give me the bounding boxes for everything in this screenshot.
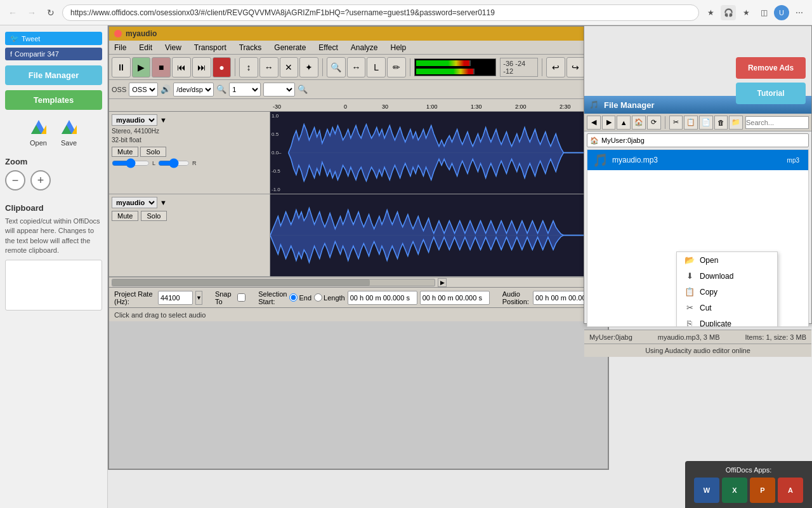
channels-select[interactable]: 1 — [229, 83, 261, 97]
draw-tool[interactable]: ✕ — [280, 57, 299, 77]
ctx-cut[interactable]: ✂ Cut — [677, 300, 777, 316]
url-bar[interactable] — [62, 4, 699, 21]
menu-file[interactable]: File — [112, 42, 129, 53]
track-1-name-select[interactable]: myaudio — [112, 114, 157, 126]
sel-end-input[interactable] — [420, 291, 490, 305]
sel-start-input[interactable] — [348, 291, 417, 305]
ctx-download[interactable]: ⬇ Download — [677, 268, 777, 284]
record-button[interactable]: ● — [213, 57, 232, 77]
fm-copy-btn[interactable]: 📋 — [684, 116, 698, 130]
device-select[interactable]: /dev/dsp — [173, 83, 214, 97]
oss-select[interactable]: OSS — [129, 83, 158, 97]
menu-analyze[interactable]: Analyze — [348, 42, 381, 53]
fm-cut-btn[interactable]: ✂ — [669, 116, 683, 130]
track-2-mute[interactable]: Mute — [112, 211, 138, 221]
fm-file-row[interactable]: 🎵 myaudio.mp3 mp3 — [587, 150, 808, 170]
scrollbar-thumb[interactable] — [112, 279, 370, 286]
project-rate-dropdown[interactable]: ▼ — [195, 291, 202, 305]
select-tool[interactable]: ↕ — [239, 57, 258, 77]
selection-start-field: Selection Start: End Length — [258, 290, 490, 305]
fm-status-file: myaudio.mp3, 3 MB — [658, 333, 720, 341]
remove-ads-button[interactable]: Remove Ads — [736, 57, 806, 79]
ctx-duplicate-icon: ⎘ — [684, 319, 695, 327]
track-1-volume-slider[interactable] — [112, 159, 150, 167]
draw-pencil[interactable]: ✏ — [387, 57, 406, 77]
fm-search-input[interactable] — [745, 116, 809, 129]
open-button[interactable]: Open — [29, 117, 49, 147]
end-radio[interactable] — [289, 293, 298, 302]
track-1-waveform[interactable]: 1.0 0.5 0.0– -0.5 -1.0 — [270, 112, 608, 194]
search-tool[interactable]: 🔍 — [327, 57, 346, 77]
redo-button[interactable]: ↪ — [566, 57, 586, 77]
menu-generate[interactable]: Generate — [272, 42, 308, 53]
app-pdf-icon[interactable]: A — [778, 478, 803, 503]
stop-button[interactable]: ■ — [152, 57, 171, 77]
headphone-icon[interactable]: 🎧 — [721, 5, 736, 20]
fm-file-list[interactable]: 🎵 myaudio.mp3 mp3 📂 Open ⬇ Download — [587, 149, 809, 327]
app-ppt-icon[interactable]: P — [750, 478, 775, 503]
clipboard-textarea[interactable] — [5, 260, 102, 311]
menu-help[interactable]: Help — [388, 42, 409, 53]
format-select[interactable] — [263, 83, 295, 97]
ctx-open[interactable]: 📂 Open — [677, 252, 777, 268]
track-2-waveform[interactable] — [270, 194, 608, 276]
menu-tracks[interactable]: Tracks — [237, 42, 265, 53]
facebook-button[interactable]: f Compartir 347 — [5, 48, 102, 60]
fm-up-btn[interactable]: ▲ — [617, 116, 631, 130]
extensions-icon[interactable]: ★ — [703, 5, 718, 20]
magnify-vert[interactable]: L — [367, 57, 386, 77]
bookmark-icon[interactable]: ★ — [738, 5, 754, 20]
play-button[interactable]: ▶ — [132, 57, 151, 77]
skip-back-button[interactable]: ⏮ — [172, 57, 191, 77]
twitter-button[interactable]: 🐦 Tweet — [5, 32, 102, 45]
track-1-pan-slider[interactable] — [158, 159, 190, 167]
track-2-dropdown[interactable]: ▼ — [160, 199, 167, 206]
templates-button[interactable]: Templates — [5, 90, 102, 110]
fm-back-btn[interactable]: ◀ — [587, 116, 601, 130]
skip-forward-button[interactable]: ⏭ — [192, 57, 211, 77]
refresh-button[interactable]: ↻ — [43, 5, 58, 20]
fm-home-btn[interactable]: 🏠 — [632, 116, 646, 130]
fm-new-folder-btn[interactable]: 📁 — [729, 116, 743, 130]
undo-button[interactable]: ↩ — [546, 57, 565, 77]
search-icon2: 🔍 — [298, 84, 308, 94]
length-radio[interactable] — [314, 293, 322, 302]
fm-paste-btn[interactable]: 📄 — [699, 116, 713, 130]
menu-icon[interactable]: ⋯ — [792, 5, 807, 20]
ctx-copy[interactable]: 📋 Copy — [677, 284, 777, 300]
horizontal-scrollbar[interactable]: ▶ — [109, 277, 608, 287]
zoom-tool[interactable]: ✦ — [299, 57, 318, 77]
track-1-mute[interactable]: Mute — [112, 147, 138, 157]
back-button[interactable]: ← — [5, 5, 20, 20]
magnify-horiz[interactable]: ↔ — [347, 57, 366, 77]
ctx-duplicate[interactable]: ⎘ Duplicate — [677, 316, 777, 327]
menu-edit[interactable]: Edit — [136, 42, 155, 53]
app-xls-icon[interactable]: X — [722, 478, 747, 503]
snap-to-checkbox[interactable] — [237, 293, 246, 302]
scroll-right-button[interactable]: ▶ — [438, 278, 447, 287]
track-1-info: Stereo, 44100Hz 32-bit float — [112, 127, 267, 145]
fm-forward-btn[interactable]: ▶ — [602, 116, 616, 130]
fm-refresh-btn[interactable]: ⟳ — [647, 116, 661, 130]
app-doc-icon[interactable]: W — [694, 478, 719, 503]
forward-button[interactable]: → — [24, 5, 39, 20]
track-1-solo[interactable]: Solo — [140, 147, 166, 157]
file-manager-button[interactable]: File Manager — [5, 65, 102, 85]
tutorial-button[interactable]: Tutorial — [736, 83, 806, 104]
zoom-in-button[interactable]: + — [30, 170, 51, 190]
menu-view[interactable]: View — [162, 42, 184, 53]
menu-transport[interactable]: Transport — [192, 42, 229, 53]
envelope-tool[interactable]: ↔ — [259, 57, 278, 77]
window-close-dot[interactable] — [114, 30, 122, 37]
menu-effect[interactable]: Effect — [316, 42, 340, 53]
track-2-name-select[interactable]: myaudio — [112, 197, 157, 208]
save-button[interactable]: Save — [59, 117, 79, 147]
zoom-out-button[interactable]: − — [5, 170, 25, 190]
fm-delete-btn[interactable]: 🗑 — [714, 116, 728, 130]
track-1-dropdown[interactable]: ▼ — [160, 116, 167, 124]
track-2-solo[interactable]: Solo — [141, 211, 166, 221]
user-avatar[interactable]: U — [774, 5, 789, 20]
project-rate-input[interactable] — [158, 291, 193, 305]
tab-icon[interactable]: ◫ — [756, 5, 771, 20]
pause-button[interactable]: ⏸ — [112, 57, 131, 77]
